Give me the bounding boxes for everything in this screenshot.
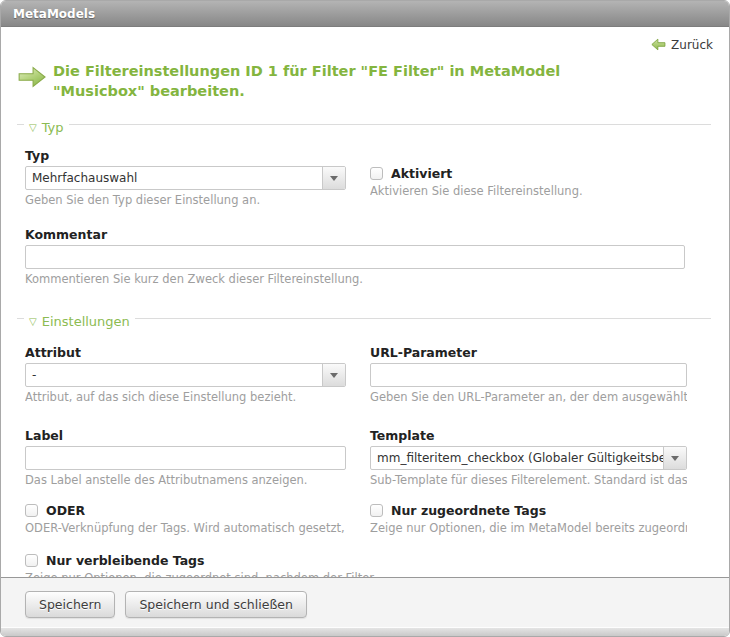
urlparam-help: Geben Sie den URL-Parameter an, der dem …	[370, 390, 687, 404]
attribut-help: Attribut, auf das sich diese Einstellung…	[25, 390, 346, 404]
section-typ-toggle[interactable]: ▽ Typ	[24, 120, 69, 135]
field-nur-verbleibende: Nur verbleibende Tags Zeige nur Optionen…	[25, 553, 705, 577]
kommentar-label: Kommentar	[25, 227, 705, 242]
attribut-select-button[interactable]	[322, 364, 345, 386]
field-kommentar: Kommentar Kommentieren Sie kurz den Zwec…	[25, 227, 705, 286]
edit-arrow-icon	[17, 64, 47, 94]
nur-zugeordnete-help: Zeige nur Optionen, die im MetaModel ber…	[370, 521, 687, 535]
back-link[interactable]: Zurück	[651, 38, 713, 52]
label-input[interactable]	[25, 446, 346, 470]
template-label: Template	[370, 428, 687, 443]
field-label: Label Das Label anstelle des Attributnam…	[25, 428, 346, 487]
section-typ-legend: ▽ Typ	[17, 116, 713, 133]
oder-help: ODER-Verknüpfung der Tags. Wird automati…	[25, 521, 346, 535]
page-title: MetaModels	[13, 7, 95, 21]
typ-select-button[interactable]	[322, 167, 345, 189]
back-link-label: Zurück	[671, 38, 713, 52]
chevron-down-icon	[330, 373, 338, 378]
einstellungen-section-fields: Attribut - Attribut, auf das sich diese …	[17, 327, 713, 577]
typ-select[interactable]: Mehrfachauswahl	[25, 166, 346, 190]
nur-verbleibende-label[interactable]: Nur verbleibende Tags	[46, 553, 205, 568]
headline-row: Die Filtereinstellungen ID 1 für Filter …	[17, 61, 713, 101]
chevron-down-icon	[330, 176, 338, 181]
attribut-select[interactable]: -	[25, 363, 346, 387]
field-template: Template mm_filteritem_checkbox (Globale…	[370, 428, 687, 487]
template-select[interactable]: mm_filteritem_checkbox (Globaler Gültigk…	[370, 446, 687, 470]
field-aktiviert: Aktiviert Aktivieren Sie diese Filterein…	[370, 166, 687, 198]
section-einstellungen-toggle[interactable]: ▽ Einstellungen	[24, 314, 135, 329]
section-einstellungen-label: Einstellungen	[42, 314, 130, 329]
save-button[interactable]: Speichern	[25, 591, 115, 618]
chevron-down-icon	[671, 456, 679, 461]
urlparam-label: URL-Parameter	[370, 345, 687, 360]
typ-select-value: Mehrfachauswahl	[26, 167, 322, 189]
aktiviert-label[interactable]: Aktiviert	[391, 166, 452, 181]
nur-zugeordnete-label[interactable]: Nur zugeordnete Tags	[391, 503, 546, 518]
typ-help: Geben Sie den Typ dieser Einstellung an.	[25, 193, 346, 207]
attribut-select-value: -	[26, 364, 322, 386]
submit-bar: Speichern Speichern und schließen	[1, 577, 729, 627]
section-einstellungen-legend: ▽ Einstellungen	[17, 310, 713, 327]
aktiviert-help: Aktivieren Sie diese Filtereinstellung.	[370, 184, 687, 198]
label-help: Das Label anstelle des Attributnamens an…	[25, 473, 346, 487]
nur-zugeordnete-checkbox[interactable]	[370, 504, 383, 517]
field-attribut: Attribut - Attribut, auf das sich diese …	[25, 345, 346, 404]
template-select-button[interactable]	[663, 447, 686, 469]
field-oder: ODER ODER-Verknüpfung der Tags. Wird aut…	[25, 503, 346, 535]
field-urlparam: URL-Parameter Geben Sie den URL-Paramete…	[370, 345, 687, 404]
page-headline: Die Filtereinstellungen ID 1 für Filter …	[53, 61, 645, 101]
back-arrow-icon	[651, 38, 666, 51]
metamodels-window: MetaModels Zurück	[0, 0, 730, 637]
typ-label: Typ	[25, 148, 346, 163]
field-nur-zugeordnete: Nur zugeordnete Tags Zeige nur Optionen,…	[370, 503, 687, 535]
kommentar-input[interactable]	[25, 245, 685, 269]
typ-section-fields: Typ Mehrfachauswahl Geben Sie den Typ di…	[17, 133, 713, 286]
section-typ-label: Typ	[42, 120, 64, 135]
template-select-value: mm_filteritem_checkbox (Globaler Gültigk…	[371, 447, 663, 469]
urlparam-input[interactable]	[370, 363, 687, 387]
label-label: Label	[25, 428, 346, 443]
attribut-label: Attribut	[25, 345, 346, 360]
nur-verbleibende-checkbox[interactable]	[25, 554, 38, 567]
window-footer-strip	[1, 627, 729, 636]
save-and-close-button[interactable]: Speichern und schließen	[125, 591, 307, 618]
aktiviert-checkbox[interactable]	[370, 167, 383, 180]
window-titlebar: MetaModels	[1, 1, 729, 27]
kommentar-help: Kommentieren Sie kurz den Zweck dieser F…	[25, 272, 705, 286]
collapse-triangle-icon: ▽	[29, 316, 37, 327]
field-typ: Typ Mehrfachauswahl Geben Sie den Typ di…	[25, 148, 346, 207]
main-content: Zurück Die Filtereinstellungen ID 1 für …	[1, 27, 729, 577]
back-row: Zurück	[17, 36, 713, 52]
oder-label[interactable]: ODER	[46, 503, 85, 518]
oder-checkbox[interactable]	[25, 504, 38, 517]
collapse-triangle-icon: ▽	[29, 122, 37, 133]
template-help: Sub-Template für dieses Filterelement. S…	[370, 473, 687, 487]
